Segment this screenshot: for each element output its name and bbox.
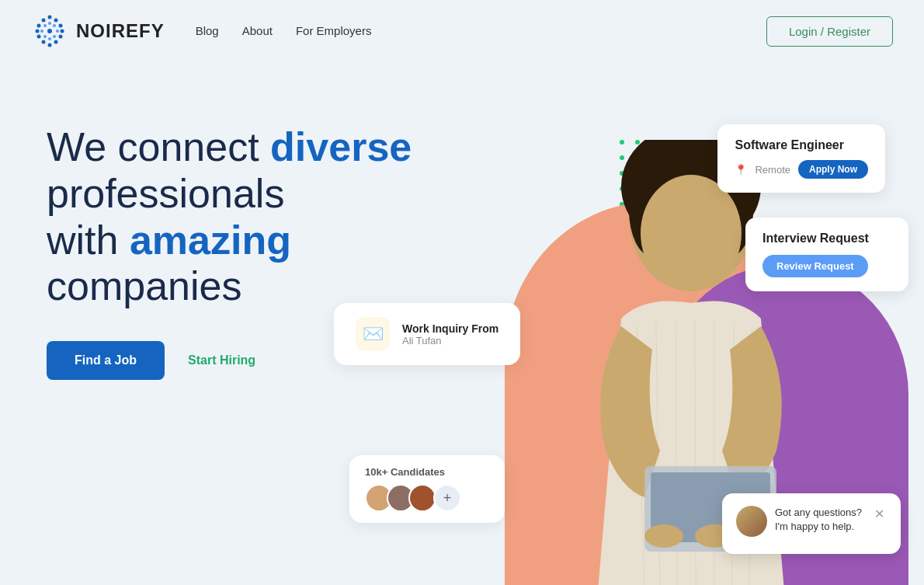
nav-blog[interactable]: Blog (196, 24, 219, 37)
job-location: Remote (755, 164, 790, 176)
avatar-more: + (433, 484, 461, 512)
svg-point-8 (37, 35, 41, 39)
candidates-card: 10k+ Candidates + (349, 455, 505, 523)
svg-point-29 (644, 524, 683, 548)
svg-point-32 (370, 500, 387, 512)
review-request-button[interactable]: Review Request (762, 255, 868, 277)
logo[interactable]: NOIREFY (31, 12, 165, 50)
svg-point-16 (48, 37, 51, 40)
svg-point-4 (59, 35, 63, 39)
candidates-count: 10k+ Candidates (365, 466, 489, 478)
svg-point-10 (37, 24, 41, 28)
svg-point-34 (391, 500, 409, 512)
work-inquiry-card: ✉️ Work Inquiry From Ali Tufan (334, 303, 520, 365)
login-register-button[interactable]: Login / Register (766, 16, 893, 47)
start-hiring-button[interactable]: Start Hiring (188, 353, 255, 367)
hero-left: We connect diverse professionals with am… (47, 109, 481, 427)
location-pin-icon: 📍 (735, 164, 747, 176)
svg-point-20 (47, 29, 52, 33)
hero-headline: We connect diverse professionals with am… (47, 124, 481, 310)
svg-point-9 (36, 30, 40, 33)
svg-point-3 (61, 30, 64, 33)
nav-about[interactable]: About (242, 24, 273, 37)
chat-header: Got any questions? I'm happy to help. ✕ (736, 506, 887, 537)
work-inquiry-title: Work Inquiry From (402, 322, 498, 335)
svg-point-19 (43, 24, 47, 27)
avatar-3 (408, 484, 436, 512)
job-card: Software Engineer 📍 Remote Apply Now (717, 124, 885, 193)
work-inquiry-text: Work Inquiry From Ali Tufan (402, 322, 498, 346)
logo-icon (31, 12, 68, 50)
chat-close-button[interactable]: ✕ (871, 506, 887, 521)
hero-section: We connect diverse professionals with am… (0, 62, 924, 585)
candidates-avatars: + (365, 484, 489, 512)
navbar: NOIREFY Blog About For Employers Login /… (0, 0, 924, 62)
interview-card: Interview Request Review Request (745, 218, 908, 291)
nav-links: Blog About For Employers (196, 24, 766, 38)
svg-point-12 (48, 22, 51, 25)
interview-title: Interview Request (762, 232, 891, 245)
job-title: Software Engineer (735, 138, 868, 152)
nav-for-employers[interactable]: For Employers (296, 24, 372, 37)
chat-message-text: Got any questions? I'm happy to help. (775, 506, 863, 534)
svg-point-5 (54, 40, 58, 44)
headline-part1: We connect (47, 124, 270, 169)
svg-point-18 (40, 30, 43, 33)
work-inquiry-sender: Ali Tufan (402, 335, 498, 346)
apply-now-button[interactable]: Apply Now (798, 160, 868, 179)
svg-point-36 (413, 500, 431, 512)
svg-point-7 (42, 40, 46, 44)
headline-diverse: diverse (270, 124, 412, 169)
headline-amazing: amazing (130, 218, 291, 263)
chat-agent-avatar (736, 506, 767, 537)
brand-name: NOIREFY (76, 20, 165, 42)
find-job-button[interactable]: Find a Job (47, 341, 165, 380)
svg-point-14 (56, 30, 59, 33)
svg-point-13 (53, 24, 56, 27)
headline-part2: professionals (47, 171, 284, 216)
chat-widget: Got any questions? I'm happy to help. ✕ (722, 493, 901, 554)
headline-part4: companies (47, 263, 241, 308)
svg-point-6 (48, 44, 52, 47)
svg-point-2 (59, 24, 63, 28)
svg-point-17 (43, 35, 47, 38)
svg-point-0 (48, 16, 52, 19)
svg-point-1 (54, 19, 58, 23)
svg-point-15 (53, 35, 56, 38)
envelope-icon: ✉️ (356, 317, 390, 351)
job-meta: 📍 Remote Apply Now (735, 160, 868, 179)
svg-point-11 (42, 19, 46, 23)
headline-part3: with (47, 218, 130, 263)
